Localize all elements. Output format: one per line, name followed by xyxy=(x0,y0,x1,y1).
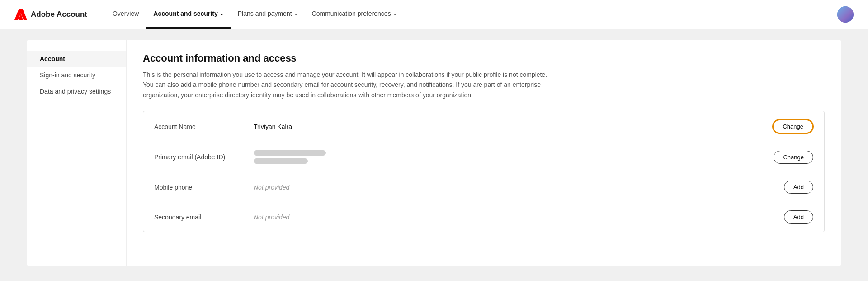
user-avatar[interactable] xyxy=(837,6,854,23)
nav-item-communication[interactable]: Communication preferences ⌄ xyxy=(305,0,404,29)
table-row: Secondary email Not provided Add xyxy=(143,202,824,232)
nav-item-plans-payment[interactable]: Plans and payment ⌄ xyxy=(231,0,305,29)
secondary-email-add-button[interactable]: Add xyxy=(784,210,813,224)
plans-payment-chevron-icon: ⌄ xyxy=(294,11,297,16)
mobile-phone-value: Not provided xyxy=(254,184,784,191)
brand-name: Adobe Account xyxy=(31,10,87,19)
section-desc: This is the personal information you use… xyxy=(143,70,550,100)
nav-plans-payment-label: Plans and payment xyxy=(238,10,292,17)
adobe-icon xyxy=(14,9,27,20)
secondary-email-action: Add xyxy=(784,210,813,224)
account-security-chevron-icon: ⌄ xyxy=(220,11,223,16)
nav-item-overview[interactable]: Overview xyxy=(105,0,146,29)
blur-bar-1 xyxy=(254,150,326,156)
brand-logo[interactable]: Adobe Account xyxy=(14,9,87,20)
nav-item-account-security[interactable]: Account and security ⌄ xyxy=(146,0,230,29)
account-info-table: Account Name Triviyan Kalra Change Prima… xyxy=(143,111,825,232)
sidebar-item-account[interactable]: Account xyxy=(27,51,126,67)
avatar-image xyxy=(837,6,854,23)
sidebar: Account Sign-in and security Data and pr… xyxy=(27,40,127,266)
account-name-change-button[interactable]: Change xyxy=(773,119,813,133)
account-name-label: Account Name xyxy=(154,123,254,130)
mobile-phone-add-button[interactable]: Add xyxy=(784,181,813,194)
mobile-phone-label: Mobile phone xyxy=(154,184,254,191)
sidebar-item-signin-security[interactable]: Sign-in and security xyxy=(27,67,126,83)
secondary-email-value: Not provided xyxy=(254,214,784,221)
account-name-action: Change xyxy=(773,119,813,133)
primary-email-action: Change xyxy=(774,151,813,164)
table-row: Account Name Triviyan Kalra Change xyxy=(143,111,824,142)
account-name-value: Triviyan Kalra xyxy=(254,123,773,130)
mobile-phone-action: Add xyxy=(784,181,813,194)
page-wrapper: Account Sign-in and security Data and pr… xyxy=(0,29,868,281)
top-navigation: Adobe Account Overview Account and secur… xyxy=(0,0,868,29)
primary-email-change-button[interactable]: Change xyxy=(774,151,813,164)
content-card: Account Sign-in and security Data and pr… xyxy=(27,40,841,266)
secondary-email-label: Secondary email xyxy=(154,214,254,221)
communication-chevron-icon: ⌄ xyxy=(393,11,396,16)
nav-account-security-label: Account and security xyxy=(153,10,217,17)
blur-bar-2 xyxy=(254,158,308,164)
table-row: Primary email (Adobe ID) Change xyxy=(143,142,824,172)
nav-items: Overview Account and security ⌄ Plans an… xyxy=(105,0,837,29)
section-title: Account information and access xyxy=(143,52,825,64)
primary-email-value xyxy=(254,150,774,164)
sidebar-item-data-privacy[interactable]: Data and privacy settings xyxy=(27,83,126,100)
nav-communication-label: Communication preferences xyxy=(312,10,391,17)
main-content: Account information and access This is t… xyxy=(127,40,841,266)
nav-overview-label: Overview xyxy=(113,10,139,17)
table-row: Mobile phone Not provided Add xyxy=(143,172,824,202)
primary-email-label: Primary email (Adobe ID) xyxy=(154,153,254,161)
